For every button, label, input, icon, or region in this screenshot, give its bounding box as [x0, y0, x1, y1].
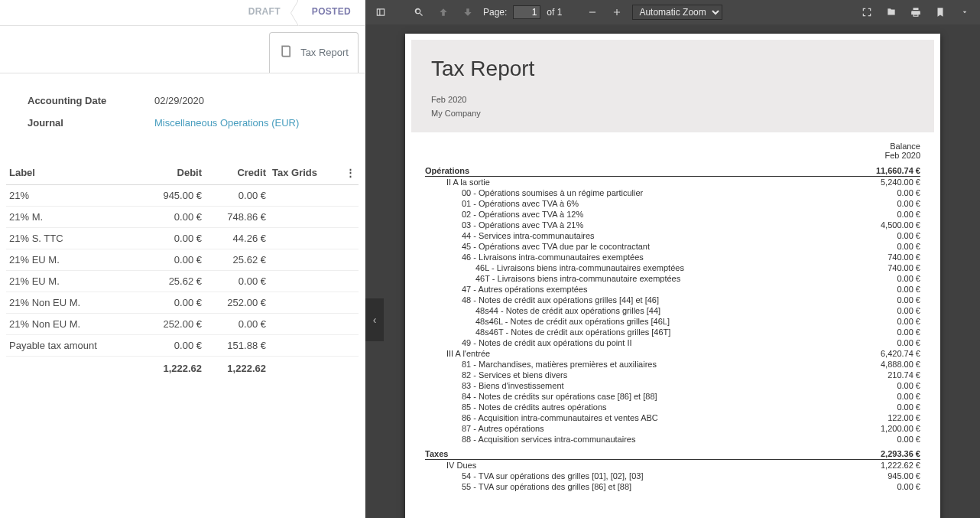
line-debit: 0.00 € [141, 335, 205, 357]
report-row: 44 - Services intra-communautaires0.00 € [425, 230, 920, 241]
line-debit: 0.00 € [141, 249, 205, 271]
col-label[interactable]: Label [6, 161, 141, 185]
sidebar-toggle-icon[interactable] [372, 3, 390, 21]
journal-items-table: Label Debit Credit Tax Grids ⋮ 21%945.00… [6, 161, 359, 379]
accounting-date-label: Accounting Date [28, 95, 154, 106]
tax-report-label: Tax Report [300, 47, 349, 59]
table-row[interactable]: 21% S. TTC0.00 €44.26 € [6, 228, 359, 249]
page-number-input[interactable] [513, 5, 540, 19]
line-label: 21% Non EU M. [6, 292, 141, 314]
report-row: 45 - Opérations avec TVA due par le coco… [425, 241, 920, 252]
zoom-in-icon[interactable] [608, 3, 626, 21]
report-row: 48 - Notes de crédit aux opérations gril… [425, 295, 920, 305]
line-label: 21% EU M. [6, 249, 141, 271]
line-credit: 0.00 € [205, 185, 269, 207]
open-file-icon[interactable] [882, 3, 900, 21]
line-debit: 945.00 € [141, 185, 205, 207]
report-row: 87 - Autres opérations1,200.00 € [425, 423, 920, 434]
print-icon[interactable] [907, 3, 925, 21]
report-period: Feb 2020 [431, 93, 914, 107]
status-draft[interactable]: DRAFT [235, 0, 297, 25]
table-row[interactable]: 21% M.0.00 €748.86 € [6, 207, 359, 228]
line-taxgrids [269, 228, 342, 249]
line-credit: 44.26 € [205, 228, 269, 249]
report-row: 85 - Notes de crédits autres opérations0… [425, 402, 920, 412]
page-label: Page: [483, 7, 507, 18]
table-row[interactable]: 21% EU M.0.00 €25.62 € [6, 249, 359, 271]
report-row: 55 - TVA sur opérations des grilles [86]… [425, 481, 920, 492]
report-row: 03 - Opérations avec TVA à 21%4,500.00 € [425, 220, 920, 230]
line-label: 21% Non EU M. [6, 314, 141, 335]
report-row: 48s46L - Notes de crédit aux opérations … [425, 316, 920, 327]
report-row: 82 - Services et biens divers210.74 € [425, 370, 920, 380]
line-debit: 0.00 € [141, 207, 205, 228]
report-row: 88 - Acquisition services intra-communau… [425, 434, 920, 445]
bookmark-icon[interactable] [931, 3, 949, 21]
status-posted[interactable]: POSTED [297, 0, 365, 25]
table-row[interactable]: 21% Non EU M.0.00 €252.00 € [6, 292, 359, 314]
report-row: II A la sortie5,240.00 € [425, 177, 920, 188]
report-row: 48s44 - Notes de crédit aux opérations g… [425, 305, 920, 316]
report-row: 00 - Opérations soumises à un régime par… [425, 187, 920, 198]
tax-report-button[interactable]: Tax Report [269, 32, 359, 73]
table-row[interactable]: 21% EU M.25.62 €0.00 € [6, 271, 359, 292]
report-row: 48s46T - Notes de crédit aux opérations … [425, 327, 920, 337]
report-row: Opérations11,660.74 € [425, 161, 920, 177]
report-row: 47 - Autres opérations exemptées0.00 € [425, 284, 920, 295]
table-row[interactable]: Payable tax amount0.00 €151.88 € [6, 335, 359, 357]
line-taxgrids [269, 314, 342, 335]
report-row: 46L - Livraisons biens intra-communautai… [425, 262, 920, 273]
line-label: 21% [6, 185, 141, 207]
search-icon[interactable] [410, 3, 428, 21]
line-credit: 25.62 € [205, 249, 269, 271]
line-taxgrids [269, 292, 342, 314]
line-label: 21% M. [6, 207, 141, 228]
report-row: 86 - Acquisition intra-communautaires et… [425, 412, 920, 423]
journal-value[interactable]: Miscellaneous Operations (EUR) [154, 117, 299, 129]
table-row[interactable]: 21%945.00 €0.00 € [6, 185, 359, 207]
report-row: IV Dues1,222.62 € [425, 460, 920, 471]
table-options-icon[interactable]: ⋮ [342, 161, 359, 185]
line-taxgrids [269, 249, 342, 271]
line-credit: 0.00 € [205, 314, 269, 335]
report-row: 81 - Marchandises, matières premières et… [425, 359, 920, 370]
tools-menu-icon[interactable] [956, 3, 974, 21]
pdf-page: Tax Report Feb 2020 My Company Balance F… [405, 34, 940, 518]
report-row: 01 - Opérations avec TVA à 6%0.00 € [425, 198, 920, 209]
zoom-select[interactable]: Automatic Zoom [632, 5, 722, 20]
report-row: 54 - TVA sur opérations des grilles [01]… [425, 471, 920, 481]
total-credit: 1,222.62 [205, 357, 269, 380]
report-row: 49 - Notes de crédit aux opérations du p… [425, 337, 920, 348]
balance-period: Feb 2020 [425, 151, 920, 160]
report-row: 46 - Livraisons intra-communautaires exe… [425, 252, 920, 262]
report-row: 46T - Livraisons biens intra-communautai… [425, 273, 920, 284]
report-row: Taxes2,293.36 € [425, 445, 920, 460]
pdf-viewport[interactable]: Tax Report Feb 2020 My Company Balance F… [365, 24, 980, 518]
next-page-icon[interactable] [459, 3, 477, 21]
line-label: 21% EU M. [6, 271, 141, 292]
col-credit[interactable]: Credit [205, 161, 269, 185]
table-row[interactable]: 21% Non EU M.252.00 €0.00 € [6, 314, 359, 335]
collapse-panel-icon[interactable]: ‹ [365, 298, 384, 341]
report-row: III A l'entrée6,420.74 € [425, 348, 920, 359]
journal-label: Journal [28, 117, 154, 129]
col-tax-grids[interactable]: Tax Grids [269, 161, 342, 185]
report-row: 83 - Biens d'investissement0.00 € [425, 380, 920, 391]
line-label: 21% S. TTC [6, 228, 141, 249]
form-panel: DRAFT POSTED Tax Report Accounting Date … [0, 0, 365, 518]
accounting-date-value: 02/29/2020 [154, 95, 204, 106]
pdf-viewer: Page: of 1 Automatic Zoom ‹ Tax Report F… [365, 0, 980, 518]
pdf-toolbar: Page: of 1 Automatic Zoom [365, 0, 980, 24]
report-company: My Company [431, 107, 914, 121]
book-icon [279, 44, 294, 63]
line-label: Payable tax amount [6, 335, 141, 357]
col-debit[interactable]: Debit [141, 161, 205, 185]
line-credit: 151.88 € [205, 335, 269, 357]
line-taxgrids [269, 207, 342, 228]
line-credit: 0.00 € [205, 271, 269, 292]
line-taxgrids [269, 185, 342, 207]
fullscreen-icon[interactable] [858, 3, 876, 21]
zoom-out-icon[interactable] [583, 3, 602, 21]
prev-page-icon[interactable] [434, 3, 453, 21]
page-of-label: of 1 [547, 7, 562, 18]
